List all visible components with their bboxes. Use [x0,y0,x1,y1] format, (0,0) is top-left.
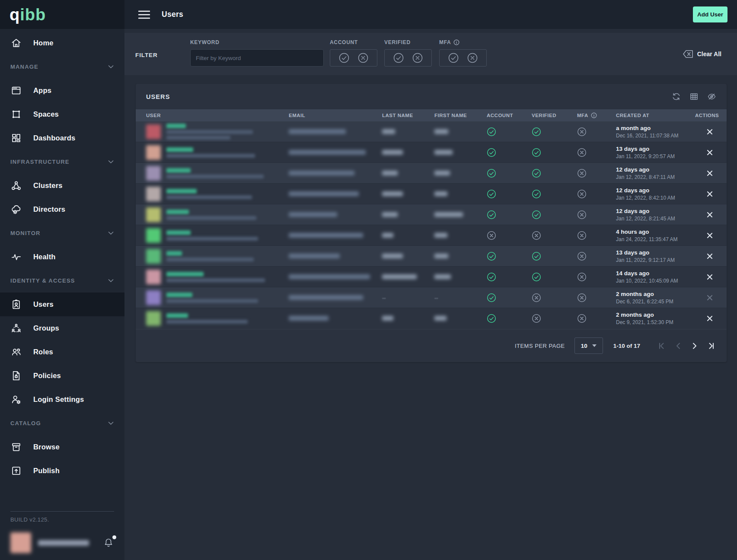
mfa-status [577,293,616,302]
next-page-button[interactable] [689,341,699,351]
created-relative: 14 days ago [616,270,695,277]
sidebar-section-monitor[interactable]: MONITOR [0,221,124,245]
sidebar-item-clusters[interactable]: Clusters [0,174,124,197]
user-name-link-redacted[interactable] [166,210,189,214]
topbar: Users Add User [124,0,737,29]
email-redacted [289,150,366,155]
email-redacted [289,233,363,238]
check-circle-icon [487,127,496,137]
sidebar-item-login-settings[interactable]: Login Settings [0,388,124,411]
mfa-status [577,251,616,261]
qibb-logo-text: qibb [10,6,46,23]
first-name-redacted [434,171,450,175]
user-name-link-redacted[interactable] [166,313,188,318]
sidebar-item-home[interactable]: Home [0,31,124,55]
refresh-icon[interactable] [672,92,681,101]
account-filter-false-button[interactable] [357,52,369,64]
delete-user-button[interactable] [705,210,715,220]
delete-user-button[interactable] [705,148,715,157]
sidebar-section-manage[interactable]: MANAGE [0,55,124,79]
notifications-bell-icon[interactable] [103,537,114,548]
mfa-filter-true-button[interactable] [448,52,459,64]
created-timestamp: Jan 11, 2022, 9:12:17 AM [616,257,695,263]
created-timestamp: Jan 10, 2022, 10:45:09 AM [616,278,695,284]
first-page-button[interactable] [657,341,667,351]
verified-filter-label: VERIFIED [384,39,432,45]
chevron-down-icon [108,230,114,236]
account-filter-true-button[interactable] [338,52,350,64]
avatar [146,270,161,284]
user-id-redacted [166,278,265,282]
account-status [487,169,532,178]
home-icon [10,37,22,49]
user-id-redacted [166,320,248,324]
info-icon[interactable] [591,112,597,118]
items-per-page-select[interactable]: 10 [574,337,603,354]
check-circle-icon [532,189,541,199]
last-page-button[interactable] [705,341,715,351]
previous-page-button[interactable] [673,341,683,351]
clear-all-button[interactable]: Clear All [680,49,724,59]
last-name-redacted [382,212,398,217]
sidebar-item-spaces[interactable]: Spaces [0,102,124,126]
current-user-menu[interactable] [10,531,114,555]
user-name-link-redacted[interactable] [166,189,197,194]
x-circle-icon [577,127,587,137]
eye-off-icon[interactable] [707,92,716,101]
user-name-link-redacted[interactable] [166,124,186,128]
sidebar-section-infrastructure[interactable]: INFRASTRUCTURE [0,150,124,174]
sidebar: qibb Home MANAGE Apps Spaces Dashboar [0,0,124,560]
sidebar-item-groups[interactable]: Groups [0,316,124,340]
sidebar-item-users[interactable]: Users [0,293,124,316]
roles-icon [10,346,22,358]
sidebar-item-directors[interactable]: Directors [0,197,124,221]
check-circle-icon [532,127,541,137]
publish-icon [10,465,22,477]
col-last-name: LAST NAME [382,113,434,118]
col-first-name: FIRST NAME [434,113,487,118]
user-name-link-redacted[interactable] [166,168,191,173]
user-name-link-redacted[interactable] [166,251,182,256]
delete-user-button[interactable] [705,272,715,282]
sidebar-item-apps[interactable]: Apps [0,79,124,102]
col-actions: ACTIONS [695,113,719,118]
sidebar-item-health[interactable]: Health [0,245,124,269]
sidebar-item-policies[interactable]: Policies [0,364,124,388]
sidebar-section-identity-access[interactable]: IDENTITY & ACCESS [0,269,124,293]
user-name-link-redacted[interactable] [166,293,192,297]
last-name-redacted [382,254,403,258]
sidebar-item-browse[interactable]: Browse [0,435,124,459]
delete-user-button[interactable] [705,314,715,323]
verified-status [532,127,577,137]
user-name-link-redacted[interactable] [166,230,191,235]
created-relative: 4 hours ago [616,229,695,235]
mfa-filter-false-button[interactable] [467,52,478,64]
delete-user-button[interactable] [705,293,715,302]
user-name-link-redacted[interactable] [166,147,193,152]
verified-filter-true-button[interactable] [393,52,404,64]
delete-user-button[interactable] [705,251,715,261]
table-header-row: USER EMAIL LAST NAME FIRST NAME ACCOUNT … [136,109,727,121]
delete-user-button[interactable] [705,127,715,137]
menu-icon[interactable] [138,10,150,19]
verified-status [532,272,577,282]
delete-user-button[interactable] [705,169,715,178]
check-circle-icon [487,210,496,220]
sidebar-item-publish[interactable]: Publish [0,459,124,483]
sidebar-item-roles[interactable]: Roles [0,340,124,364]
sidebar-section-catalog[interactable]: CATALOG [0,411,124,435]
delete-user-button[interactable] [705,189,715,199]
created-relative: 2 months ago [616,291,695,297]
user-name-link-redacted[interactable] [166,272,204,277]
qibb-logo[interactable]: qibb [0,0,124,29]
delete-user-button[interactable] [705,231,715,240]
check-circle-icon [532,148,541,157]
add-user-button[interactable]: Add User [693,6,727,22]
verified-filter-false-button[interactable] [412,52,423,64]
info-icon[interactable] [453,39,459,45]
table-row: 2 months agoDec 9, 2021, 1:52:30 PM [136,308,727,329]
table-columns-icon[interactable] [689,92,699,101]
last-name-redacted [382,129,395,134]
keyword-input[interactable] [190,49,324,67]
sidebar-item-dashboards[interactable]: Dashboards [0,126,124,150]
